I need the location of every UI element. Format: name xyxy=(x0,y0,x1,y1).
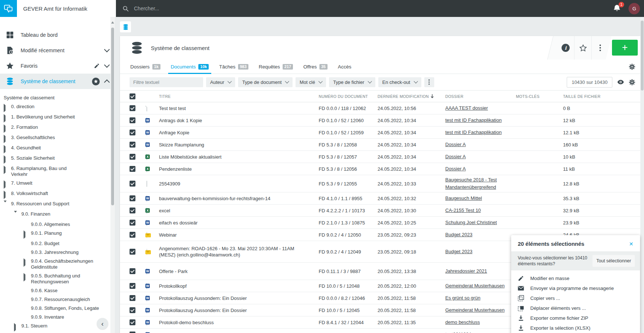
filter-more-button[interactable] xyxy=(424,77,434,87)
app-logo[interactable] xyxy=(0,0,17,17)
row-checkbox[interactable] xyxy=(130,105,135,111)
table-row[interactable]: WSkizze RaumplanungFD 5.3 / 8 / 1205824.… xyxy=(120,139,640,151)
dossier-link[interactable]: Schulung Joel Christinet xyxy=(445,220,497,225)
table-row[interactable]: WAnfrage KopieFD 0.1.0 / 52 / 1205924.05… xyxy=(120,127,640,139)
dossier-link[interactable]: Budget 2023 xyxy=(445,249,473,254)
dossier-link[interactable]: AAAA TEST dossier xyxy=(445,105,488,111)
table-row[interactable]: 25543909FD 5.3 / 9 / 1205524.05.2022, 10… xyxy=(120,175,640,192)
tree-item-1-bev-lkerung-und-sicherheit[interactable]: 1. Bevölkerung und Sicherheit xyxy=(0,113,115,123)
content-scrollbar-thumb[interactable] xyxy=(641,21,644,91)
table-row[interactable]: XexcelFD 4.2.2.2 / 1 / 1017324.05.2022, … xyxy=(120,205,640,217)
menu-item-modifier-en-masse[interactable]: Modifier en masse xyxy=(511,273,640,283)
sidebar-item-tableau-de-bord[interactable]: Tableau de bord xyxy=(0,27,115,43)
dossier-link[interactable]: CA-2155 Test 10 xyxy=(445,208,481,213)
dossier-link[interactable]: Baugesuche 2018 - Test Mandantenübergrei… xyxy=(445,177,497,190)
column-header-num-ro-du-document[interactable]: NUMÉRO DU DOCUMENT xyxy=(319,94,378,99)
sidebar-collapse-button[interactable]: ‹ xyxy=(97,318,108,329)
tab-offres[interactable]: Offres35 xyxy=(303,60,328,74)
chevron-up-icon[interactable] xyxy=(105,78,109,84)
row-checkbox[interactable] xyxy=(130,307,135,313)
list-settings-gear-icon[interactable] xyxy=(629,79,635,85)
tree-item-8-volkswirtschaft[interactable]: 8. Volkswirtschaft xyxy=(0,189,115,199)
content-scrollbar[interactable] xyxy=(640,17,644,333)
row-checkbox[interactable] xyxy=(130,249,135,255)
tree-item-9-0-finanzen[interactable]: 9.0. Finanzen xyxy=(0,210,115,220)
filter-dropdown-mot-cl[interactable]: Mot clé xyxy=(296,77,326,87)
tab-acc-s[interactable]: Accès xyxy=(338,60,351,74)
tab-documents[interactable]: Documents10k xyxy=(171,60,209,74)
column-header-taille-de-fichier[interactable]: TAILLE DE FICHIER xyxy=(563,94,640,99)
dossier-link[interactable]: Dossier A xyxy=(445,154,466,159)
dossier-link[interactable]: Gemeinderat Musterhausen xyxy=(445,283,505,288)
info-button[interactable] xyxy=(557,36,574,60)
tree-item-5-soziale-sicherheit[interactable]: 5. Soziale Sicherheit xyxy=(0,154,115,164)
table-row[interactable]: Wbauverwaltung-bern-kommission-fur-recht… xyxy=(120,192,640,205)
row-checkbox[interactable] xyxy=(130,130,135,135)
tree-item-9-0-2-budget[interactable]: 9.0.2. Budget xyxy=(0,239,115,248)
table-row[interactable]: WAntrags dok 1 KopieFD 0.1.0 / 52 / 1206… xyxy=(120,114,640,127)
dossier-link[interactable]: test mit ID Fachapplikation xyxy=(445,130,502,135)
menu-item-exporter-comme-fichier-zip[interactable]: Exporter comme fichier ZIP xyxy=(511,313,640,323)
sidebar-scrollbar[interactable] xyxy=(110,17,115,333)
favorite-button[interactable] xyxy=(574,36,591,60)
filter-dropdown-type-de-document[interactable]: Type de document xyxy=(238,77,293,87)
row-checkbox[interactable] xyxy=(130,283,135,289)
row-checkbox[interactable] xyxy=(130,295,135,301)
more-actions-button[interactable] xyxy=(591,36,609,60)
dossier-link[interactable]: test mit ID Fachapplikation xyxy=(445,117,502,123)
row-checkbox[interactable] xyxy=(130,117,135,123)
tabs-settings-gear-icon[interactable] xyxy=(629,64,635,70)
tree-item-4-gesundheit[interactable]: 4. Gesundheit xyxy=(0,144,115,154)
search-input[interactable] xyxy=(133,5,289,12)
tab-dossiers[interactable]: Dossiers1k xyxy=(130,60,160,74)
sidebar-item-modifi-r-cemment[interactable]: Modifié récemment xyxy=(0,43,115,58)
dossier-link[interactable]: Dossier A xyxy=(445,166,466,171)
table-row[interactable]: XPendenzenlisteFD 5.3 / 8 / 1205624.05.2… xyxy=(120,163,640,175)
tree-item-7-umwelt[interactable]: 7. Umwelt xyxy=(0,179,115,189)
tree-item-9-0-5-buchhaltung-und-rechnungswesen[interactable]: 9.0.5. Buchhaltung und Rechnungswesen xyxy=(0,272,115,286)
tree-item-2-formation[interactable]: 2. Formation xyxy=(0,123,115,133)
row-checkbox[interactable] xyxy=(130,142,135,148)
select-all-checkbox[interactable] xyxy=(130,93,135,99)
row-checkbox[interactable] xyxy=(130,208,135,213)
row-checkbox[interactable] xyxy=(130,268,135,274)
breadcrumb-root[interactable] xyxy=(120,21,131,32)
tree-item-9-0-0-allgemeines[interactable]: 9.0.0. Allgemeines xyxy=(0,220,115,229)
dossier-link[interactable]: Budget 2023 xyxy=(445,232,473,237)
pencil-icon[interactable] xyxy=(94,63,100,69)
tree-item-9-0-4-gesch-ftsbeziehungen-geldinstitute[interactable]: 9.0.4. Geschäftsbeziehungen Geldinstitut… xyxy=(0,257,115,272)
chevron-down-icon[interactable] xyxy=(105,49,109,52)
tree-item-9-ressourcen-und-support[interactable]: 9. Ressourcen und Support xyxy=(0,199,115,210)
column-header-derni-re-modification[interactable]: DERNIÈRE MODIFICATION xyxy=(378,94,445,99)
menu-item-copier-vers[interactable]: Copier vers ... xyxy=(511,293,640,303)
chevron-down-icon[interactable] xyxy=(105,65,109,67)
table-row[interactable]: XListe Möbelstücke aktualisiertFD 5.3 / … xyxy=(120,151,640,163)
row-checkbox[interactable] xyxy=(130,220,135,226)
row-checkbox[interactable] xyxy=(130,181,135,187)
tree-item-6-raumplanung-bau-und-verkehr[interactable]: 6. Raumplanung, Bau und Verkehr xyxy=(0,164,115,179)
table-row[interactable]: Test test testFD 0.0.0 / 118 / 1206224.0… xyxy=(120,102,640,114)
dossier-link[interactable]: Jahresdossier 2021 xyxy=(445,268,487,274)
tree-item-0-direction[interactable]: 0. direction xyxy=(0,102,115,113)
column-header-mots-cl-s[interactable]: MOTS-CLÉS xyxy=(516,94,563,99)
menu-item-d-placer-l-ments-vers[interactable]: Déplacer éléments vers ... xyxy=(511,303,640,313)
row-checkbox[interactable] xyxy=(130,195,135,201)
star-circle-icon[interactable] xyxy=(92,78,100,85)
filter-dropdown-type-de-fichier[interactable]: Type de fichier xyxy=(329,77,375,87)
close-icon[interactable]: ✕ xyxy=(629,241,633,247)
column-header-dossier[interactable]: DOSSIER xyxy=(445,94,516,99)
avatar[interactable]: G xyxy=(629,3,640,14)
add-button[interactable]: + xyxy=(612,40,638,56)
tree-item-9-0-3-jahresrechnung[interactable]: 9.0.3. Jahresrechnung xyxy=(0,248,115,257)
tab-t-ches[interactable]: Tâches983 xyxy=(219,60,248,74)
notifications-button[interactable]: 1 xyxy=(613,4,621,13)
row-checkbox[interactable] xyxy=(130,232,135,238)
tree-item-9-0-7-ressourcenausgleich[interactable]: 9.0.7. Ressourcenausgleich xyxy=(0,295,115,304)
menu-item-envoyer-via-programme-de-messagerie[interactable]: Envoyer via programme de messagerie xyxy=(511,283,640,293)
dossier-link[interactable]: Es grünt so grün xyxy=(445,295,480,301)
menu-item-exporter-la-s-lection-xlsx[interactable]: Exporter la sélection (XLSX) xyxy=(511,323,640,333)
row-checkbox[interactable] xyxy=(130,154,135,160)
dossier-link[interactable]: test3211234 xyxy=(445,332,471,333)
tree-item-9-0-6-kasse[interactable]: 9.0.6. Kasse xyxy=(0,286,115,295)
dossier-link[interactable]: Baugesuch Mittel xyxy=(445,195,482,201)
